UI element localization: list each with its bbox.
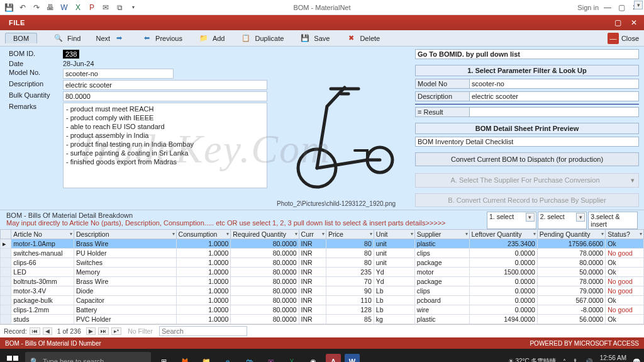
start-button[interactable] [4,353,21,362]
redo-icon[interactable]: ↷ [31,3,42,13]
firefox-icon[interactable]: 🦊 [176,353,194,362]
col-header[interactable]: Price▾ [326,230,374,239]
bom-grid[interactable]: Article No▾Description▾Consumption▾Requi… [0,229,644,324]
save-button[interactable]: 💾Save [299,33,330,44]
prev-record-button[interactable]: ◀ [43,327,52,335]
separator-bar [415,104,639,105]
col-header[interactable]: Required Quantity▾ [231,230,299,239]
tray-chevron-icon[interactable]: ˄ [563,358,566,363]
delete-icon: ✖ [345,33,357,44]
store-icon[interactable]: 🛍 [240,353,258,362]
bomid-value[interactable]: 238 [63,50,79,59]
qat-dropdown-icon[interactable]: ▾ [128,3,138,13]
filter-model-row[interactable]: Model Noscooter-no▾ [415,79,639,89]
ribbon-collapse-icon[interactable]: ▢ [613,18,623,28]
chevron-down-icon[interactable]: ▾ [526,213,535,222]
photo-panel: Photo_2\Pictures\child-1293122_1920.png [274,47,413,210]
bulk-label: Bulk Quantity [6,91,60,102]
email-icon[interactable]: ✉ [101,3,111,13]
taskbar-search[interactable]: 🔍Type here to search [25,352,151,362]
date-value: 28-Jun-24 [60,59,270,68]
pdf-export-icon[interactable]: P [87,3,97,13]
ribbon-close-icon[interactable]: ✕ [629,18,639,28]
filter-result-row[interactable]: = Result▾ [415,107,639,117]
clock-time[interactable]: 12:56 AM [600,354,626,361]
col-header[interactable]: Leftover Quantity▾ [469,230,537,239]
first-record-button[interactable]: ⏮ [30,327,40,335]
duplicate-button[interactable]: 📋Duplicate [240,33,284,44]
next-button[interactable]: Next➡ [96,33,125,44]
next-record-button[interactable]: ▶ [86,327,96,335]
close-button[interactable]: —Close [608,33,639,44]
print-icon[interactable]: 🖶 [45,3,55,13]
word-export-icon[interactable]: W [59,3,69,13]
find-button[interactable]: 🔍Find [52,33,80,44]
remarks-textarea[interactable]: - product must meet REACH - product comp… [63,103,267,188]
nofilter-label: No Filter [124,327,157,335]
file-tab[interactable]: FILE [0,15,34,30]
excel-export-icon[interactable]: X [73,3,83,13]
access-icon[interactable]: A [326,354,341,362]
table-row[interactable]: switches-manualPU Holder1.000080.0000 IN… [1,249,644,258]
col-header[interactable]: Description▾ [74,230,177,239]
add-button[interactable]: 📁Add [197,33,225,44]
save-icon[interactable]: 💾 [4,3,14,13]
table-row[interactable]: LEDMemory1.000080.0000 INR235Ydmotor 150… [1,268,644,277]
filter-desc-row[interactable]: Descriptionelectric scooter▾ [415,91,639,101]
bom-tab[interactable]: BOM [5,33,37,43]
convert-dispatch-button[interactable]: Convert Current BOM to Dispatch (for pro… [415,152,639,166]
date-label: Date [6,59,60,68]
col-header[interactable]: Pending Quantity▾ [537,230,605,239]
record-navigator: Record: ⏮ ◀ 1 of 236 ▶ ⏭ ▸* No Filter [0,324,644,337]
disk-icon: 💾 [299,33,311,44]
table-row[interactable]: ▸ motor-1.0AmpBrass Wire1.000080.0000 IN… [1,239,644,249]
col-header[interactable]: Curr▾ [299,230,326,239]
copy-icon[interactable]: ⧉ [114,3,125,13]
supplier-a-button[interactable]: A. Select The Supplier For Purchase Conv… [415,173,639,188]
network-icon[interactable]: 🖧 [572,358,579,363]
weather-widget[interactable]: ☀ 32°C 多雲時晴 [508,357,557,362]
supplier-b-button[interactable]: B. Convert Current Record to Purchase By… [415,193,639,207]
edge-icon[interactable]: e [219,353,236,362]
new-record-button[interactable]: ▸* [111,327,122,335]
col-header[interactable]: Status?▾ [606,230,644,239]
goto-bomid-row[interactable]: Go To BOMID. by pull down list ▾ [415,49,639,59]
description-input[interactable] [63,80,267,90]
table-row[interactable]: package-bulkCapacitor1.000080.0000 INR11… [1,296,644,305]
chrome-icon[interactable]: ◉ [304,353,322,362]
table-row[interactable]: clips-66Switches1.000080.0000 INR80unitp… [1,258,644,268]
print-section-title: BOM Detail Sheet Print Preview [415,123,639,134]
explorer-icon[interactable]: 📁 [197,353,215,362]
select3-box[interactable]: 3.select & insert [588,212,638,229]
signin-link[interactable]: Sign in [577,4,599,11]
excel-icon[interactable]: X [283,353,301,362]
table-row[interactable]: motor-3.4VDiode1.000080.0000 INR90Lbclip… [1,286,644,296]
undo-icon[interactable]: ↶ [18,3,28,13]
model-input[interactable] [63,69,174,79]
volume-icon[interactable]: 🔊 [585,358,592,363]
task-view-icon[interactable]: ⊞ [155,353,172,362]
mail-icon[interactable]: ✉ [262,353,279,362]
previous-button[interactable]: ⬅Previous [140,33,182,44]
bulk-input[interactable] [63,91,267,101]
close-icon: — [608,33,619,44]
table-row[interactable]: studsPVC Holder1.000080.0000 INR85kgplas… [1,315,644,324]
delete-button[interactable]: ✖Delete [345,33,380,44]
record-search-input[interactable] [159,326,247,336]
select2-box[interactable]: 2. select▾ [538,212,587,229]
word-icon[interactable]: W [345,354,360,362]
col-header[interactable]: Supplier▾ [414,230,469,239]
table-row[interactable]: clips-1.2mmBattery1.000080.0000 INR128Lb… [1,305,644,315]
chevron-down-icon[interactable]: ▾ [576,213,585,222]
col-header[interactable]: Consumption▾ [176,230,231,239]
col-header[interactable]: Unit▾ [374,230,414,239]
minimize-icon[interactable]: — [602,3,613,13]
select1-box[interactable]: 1. select▾ [487,212,536,229]
maximize-icon[interactable]: ▢ [616,3,626,13]
notif-icon[interactable]: 💬 [633,358,640,363]
chevron-down-icon[interactable]: ▾ [634,1,643,9]
last-record-button[interactable]: ⏭ [98,327,109,335]
table-row[interactable]: boltnuts-30mmBrass Wire1.000080.0000 INR… [1,277,644,286]
col-header[interactable]: Article No▾ [11,230,74,239]
print-checklist-row[interactable]: BOM Inventory Detail Checklist▾ [415,137,639,147]
